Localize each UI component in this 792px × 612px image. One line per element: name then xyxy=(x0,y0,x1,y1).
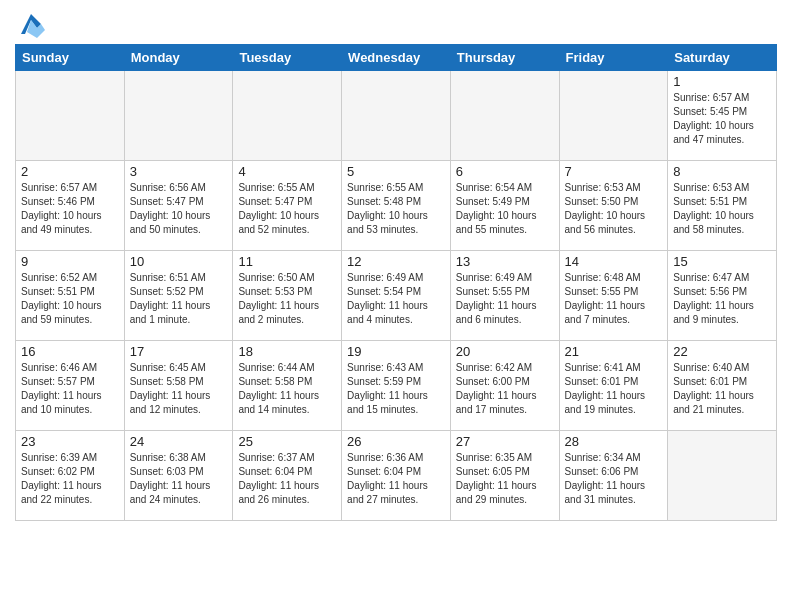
day-info: Sunrise: 6:55 AM Sunset: 5:48 PM Dayligh… xyxy=(347,181,445,237)
calendar-day-cell: 8Sunrise: 6:53 AM Sunset: 5:51 PM Daylig… xyxy=(668,161,777,251)
day-number: 5 xyxy=(347,164,445,179)
calendar-day-cell: 27Sunrise: 6:35 AM Sunset: 6:05 PM Dayli… xyxy=(450,431,559,521)
calendar-week-row: 2Sunrise: 6:57 AM Sunset: 5:46 PM Daylig… xyxy=(16,161,777,251)
weekday-header: Friday xyxy=(559,45,668,71)
calendar-day-cell: 5Sunrise: 6:55 AM Sunset: 5:48 PM Daylig… xyxy=(342,161,451,251)
calendar-day-cell: 24Sunrise: 6:38 AM Sunset: 6:03 PM Dayli… xyxy=(124,431,233,521)
day-info: Sunrise: 6:45 AM Sunset: 5:58 PM Dayligh… xyxy=(130,361,228,417)
calendar-day-cell: 19Sunrise: 6:43 AM Sunset: 5:59 PM Dayli… xyxy=(342,341,451,431)
day-number: 2 xyxy=(21,164,119,179)
day-info: Sunrise: 6:36 AM Sunset: 6:04 PM Dayligh… xyxy=(347,451,445,507)
day-info: Sunrise: 6:34 AM Sunset: 6:06 PM Dayligh… xyxy=(565,451,663,507)
calendar-day-cell: 21Sunrise: 6:41 AM Sunset: 6:01 PM Dayli… xyxy=(559,341,668,431)
day-info: Sunrise: 6:55 AM Sunset: 5:47 PM Dayligh… xyxy=(238,181,336,237)
day-number: 4 xyxy=(238,164,336,179)
day-number: 10 xyxy=(130,254,228,269)
day-number: 1 xyxy=(673,74,771,89)
day-number: 13 xyxy=(456,254,554,269)
day-info: Sunrise: 6:50 AM Sunset: 5:53 PM Dayligh… xyxy=(238,271,336,327)
calendar-day-cell: 14Sunrise: 6:48 AM Sunset: 5:55 PM Dayli… xyxy=(559,251,668,341)
day-info: Sunrise: 6:46 AM Sunset: 5:57 PM Dayligh… xyxy=(21,361,119,417)
day-number: 24 xyxy=(130,434,228,449)
weekday-header: Monday xyxy=(124,45,233,71)
calendar-day-cell xyxy=(668,431,777,521)
calendar-day-cell xyxy=(559,71,668,161)
day-number: 12 xyxy=(347,254,445,269)
calendar-day-cell: 23Sunrise: 6:39 AM Sunset: 6:02 PM Dayli… xyxy=(16,431,125,521)
day-number: 20 xyxy=(456,344,554,359)
day-info: Sunrise: 6:51 AM Sunset: 5:52 PM Dayligh… xyxy=(130,271,228,327)
calendar-day-cell: 18Sunrise: 6:44 AM Sunset: 5:58 PM Dayli… xyxy=(233,341,342,431)
weekday-header: Wednesday xyxy=(342,45,451,71)
day-info: Sunrise: 6:49 AM Sunset: 5:54 PM Dayligh… xyxy=(347,271,445,327)
calendar-day-cell: 12Sunrise: 6:49 AM Sunset: 5:54 PM Dayli… xyxy=(342,251,451,341)
day-info: Sunrise: 6:44 AM Sunset: 5:58 PM Dayligh… xyxy=(238,361,336,417)
calendar-week-row: 23Sunrise: 6:39 AM Sunset: 6:02 PM Dayli… xyxy=(16,431,777,521)
day-number: 22 xyxy=(673,344,771,359)
day-info: Sunrise: 6:43 AM Sunset: 5:59 PM Dayligh… xyxy=(347,361,445,417)
day-info: Sunrise: 6:42 AM Sunset: 6:00 PM Dayligh… xyxy=(456,361,554,417)
calendar-day-cell: 7Sunrise: 6:53 AM Sunset: 5:50 PM Daylig… xyxy=(559,161,668,251)
day-number: 17 xyxy=(130,344,228,359)
day-info: Sunrise: 6:52 AM Sunset: 5:51 PM Dayligh… xyxy=(21,271,119,327)
day-info: Sunrise: 6:47 AM Sunset: 5:56 PM Dayligh… xyxy=(673,271,771,327)
calendar-day-cell: 28Sunrise: 6:34 AM Sunset: 6:06 PM Dayli… xyxy=(559,431,668,521)
day-number: 19 xyxy=(347,344,445,359)
day-info: Sunrise: 6:40 AM Sunset: 6:01 PM Dayligh… xyxy=(673,361,771,417)
calendar-day-cell: 10Sunrise: 6:51 AM Sunset: 5:52 PM Dayli… xyxy=(124,251,233,341)
calendar: SundayMondayTuesdayWednesdayThursdayFrid… xyxy=(15,44,777,521)
calendar-day-cell: 17Sunrise: 6:45 AM Sunset: 5:58 PM Dayli… xyxy=(124,341,233,431)
page: SundayMondayTuesdayWednesdayThursdayFrid… xyxy=(0,0,792,531)
calendar-day-cell: 16Sunrise: 6:46 AM Sunset: 5:57 PM Dayli… xyxy=(16,341,125,431)
day-info: Sunrise: 6:48 AM Sunset: 5:55 PM Dayligh… xyxy=(565,271,663,327)
day-info: Sunrise: 6:57 AM Sunset: 5:45 PM Dayligh… xyxy=(673,91,771,147)
calendar-day-cell xyxy=(233,71,342,161)
weekday-row: SundayMondayTuesdayWednesdayThursdayFrid… xyxy=(16,45,777,71)
day-info: Sunrise: 6:41 AM Sunset: 6:01 PM Dayligh… xyxy=(565,361,663,417)
calendar-day-cell: 15Sunrise: 6:47 AM Sunset: 5:56 PM Dayli… xyxy=(668,251,777,341)
day-number: 14 xyxy=(565,254,663,269)
day-number: 7 xyxy=(565,164,663,179)
calendar-day-cell xyxy=(342,71,451,161)
day-number: 26 xyxy=(347,434,445,449)
logo xyxy=(15,14,45,38)
day-number: 9 xyxy=(21,254,119,269)
day-number: 3 xyxy=(130,164,228,179)
day-number: 11 xyxy=(238,254,336,269)
calendar-day-cell: 26Sunrise: 6:36 AM Sunset: 6:04 PM Dayli… xyxy=(342,431,451,521)
day-info: Sunrise: 6:49 AM Sunset: 5:55 PM Dayligh… xyxy=(456,271,554,327)
day-info: Sunrise: 6:37 AM Sunset: 6:04 PM Dayligh… xyxy=(238,451,336,507)
day-info: Sunrise: 6:38 AM Sunset: 6:03 PM Dayligh… xyxy=(130,451,228,507)
day-info: Sunrise: 6:39 AM Sunset: 6:02 PM Dayligh… xyxy=(21,451,119,507)
calendar-day-cell xyxy=(16,71,125,161)
calendar-day-cell: 11Sunrise: 6:50 AM Sunset: 5:53 PM Dayli… xyxy=(233,251,342,341)
day-info: Sunrise: 6:57 AM Sunset: 5:46 PM Dayligh… xyxy=(21,181,119,237)
day-number: 27 xyxy=(456,434,554,449)
day-info: Sunrise: 6:54 AM Sunset: 5:49 PM Dayligh… xyxy=(456,181,554,237)
day-number: 23 xyxy=(21,434,119,449)
calendar-day-cell xyxy=(450,71,559,161)
day-number: 6 xyxy=(456,164,554,179)
calendar-day-cell: 22Sunrise: 6:40 AM Sunset: 6:01 PM Dayli… xyxy=(668,341,777,431)
calendar-week-row: 16Sunrise: 6:46 AM Sunset: 5:57 PM Dayli… xyxy=(16,341,777,431)
day-number: 21 xyxy=(565,344,663,359)
day-info: Sunrise: 6:53 AM Sunset: 5:51 PM Dayligh… xyxy=(673,181,771,237)
header xyxy=(15,10,777,38)
calendar-day-cell: 20Sunrise: 6:42 AM Sunset: 6:00 PM Dayli… xyxy=(450,341,559,431)
calendar-day-cell: 1Sunrise: 6:57 AM Sunset: 5:45 PM Daylig… xyxy=(668,71,777,161)
day-number: 16 xyxy=(21,344,119,359)
weekday-header: Saturday xyxy=(668,45,777,71)
day-number: 15 xyxy=(673,254,771,269)
calendar-week-row: 9Sunrise: 6:52 AM Sunset: 5:51 PM Daylig… xyxy=(16,251,777,341)
day-info: Sunrise: 6:53 AM Sunset: 5:50 PM Dayligh… xyxy=(565,181,663,237)
weekday-header: Sunday xyxy=(16,45,125,71)
calendar-header: SundayMondayTuesdayWednesdayThursdayFrid… xyxy=(16,45,777,71)
calendar-day-cell: 9Sunrise: 6:52 AM Sunset: 5:51 PM Daylig… xyxy=(16,251,125,341)
calendar-day-cell: 6Sunrise: 6:54 AM Sunset: 5:49 PM Daylig… xyxy=(450,161,559,251)
calendar-week-row: 1Sunrise: 6:57 AM Sunset: 5:45 PM Daylig… xyxy=(16,71,777,161)
weekday-header: Thursday xyxy=(450,45,559,71)
calendar-body: 1Sunrise: 6:57 AM Sunset: 5:45 PM Daylig… xyxy=(16,71,777,521)
day-info: Sunrise: 6:56 AM Sunset: 5:47 PM Dayligh… xyxy=(130,181,228,237)
day-number: 28 xyxy=(565,434,663,449)
calendar-day-cell: 13Sunrise: 6:49 AM Sunset: 5:55 PM Dayli… xyxy=(450,251,559,341)
